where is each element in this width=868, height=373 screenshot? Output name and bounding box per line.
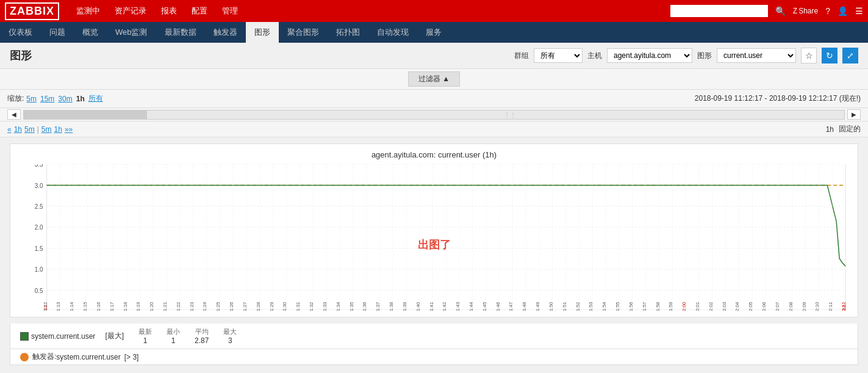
nav-separator: | [37, 125, 39, 134]
svg-text:12:06: 12:06 [761, 302, 767, 311]
search-icon[interactable]: 🔍 [775, 6, 786, 16]
nav-dashboard[interactable]: 仪表板 [0, 22, 41, 43]
share-button[interactable]: Z Share [793, 7, 818, 15]
svg-text:3.5: 3.5 [35, 164, 43, 168]
nav-graphs[interactable]: 图形 [246, 22, 279, 43]
trigger-row: 触发器: system.current.user [> 3] [10, 349, 858, 365]
svg-text:11:23: 11:23 [189, 302, 195, 311]
fixed-duration-label: 1h [826, 125, 834, 134]
zoom-15m[interactable]: 15m [40, 95, 54, 103]
nav-back-5m[interactable]: 5m [24, 125, 35, 134]
nav-topology[interactable]: 拓扑图 [328, 22, 368, 43]
nav-assets[interactable]: 资产记录 [107, 0, 154, 22]
help-icon[interactable]: ? [825, 6, 830, 16]
svg-text:11:46: 11:46 [495, 302, 501, 311]
group-label: 群组 [514, 51, 529, 61]
svg-text:11:37: 11:37 [375, 302, 381, 311]
legend-row: system.current.user [最大] 最新 1 最小 1 平均 2.… [10, 324, 858, 349]
refresh-button[interactable]: ↻ [822, 48, 838, 63]
svg-text:11:54: 11:54 [601, 302, 607, 311]
stat-max: 最大 3 [223, 327, 237, 345]
nav-forward-5m[interactable]: 5m [41, 125, 52, 134]
svg-text:11:13: 11:13 [56, 302, 62, 311]
nav-problems[interactable]: 问题 [41, 22, 74, 43]
svg-text:11:34: 11:34 [335, 302, 341, 311]
svg-text:12:09: 12:09 [802, 302, 807, 311]
chart-area[interactable]: 3.5 3.0 2.5 2.0 1.5 1.0 0.5 [16, 164, 852, 311]
fixed-label: 固定的 [839, 124, 861, 134]
svg-text:11:57: 11:57 [642, 302, 647, 311]
user-icon[interactable]: 👤 [838, 6, 848, 16]
svg-text:11:14: 11:14 [69, 302, 74, 311]
host-label: 主机 [587, 51, 602, 61]
second-navigation: 仪表板 问题 概览 Web监测 最新数据 触发器 图形 聚合图形 拓扑图 自动发… [0, 22, 868, 43]
svg-text:11:59: 11:59 [669, 302, 674, 311]
svg-text:11:12: 11:12 [43, 302, 48, 311]
nav-services[interactable]: 服务 [417, 22, 450, 43]
svg-text:12:12: 12:12 [841, 302, 847, 311]
svg-text:11:48: 11:48 [522, 302, 527, 311]
svg-text:11:21: 11:21 [162, 302, 168, 311]
search-input[interactable] [670, 5, 768, 17]
time-navigation-row: « 1h 5m | 5m 1h »» 1h 固定的 [0, 121, 868, 137]
svg-text:2.0: 2.0 [35, 224, 43, 231]
nav-fast-forward[interactable]: »» [65, 125, 73, 134]
svg-text:2.5: 2.5 [35, 203, 43, 210]
nav-forward-1h[interactable]: 1h [54, 125, 62, 134]
nav-config[interactable]: 配置 [184, 0, 215, 22]
scroll-right-button[interactable]: ▶ [847, 109, 861, 120]
scroll-track[interactable]: ⋮⋮ [23, 110, 845, 120]
graph-select[interactable]: current.user [717, 48, 796, 63]
nav-discovery[interactable]: 自动发现 [368, 22, 417, 43]
svg-text:12:03: 12:03 [722, 302, 727, 311]
svg-text:11:40: 11:40 [415, 302, 421, 311]
scroll-left-button[interactable]: ◀ [7, 109, 21, 120]
svg-text:11:32: 11:32 [309, 302, 314, 311]
stat-min: 最小 1 [167, 327, 180, 345]
nav-reports[interactable]: 报表 [154, 0, 184, 22]
stat-latest: 最新 1 [138, 327, 152, 345]
nav-aggregate[interactable]: 聚合图形 [279, 22, 328, 43]
zoom-all[interactable]: 所有 [88, 93, 103, 104]
zoom-30m[interactable]: 30m [58, 95, 72, 103]
legend-color-swatch [20, 332, 29, 341]
svg-text:11:39: 11:39 [402, 302, 407, 311]
nav-monitor[interactable]: 监测中 [69, 0, 107, 22]
nav-latest-data[interactable]: 最新数据 [156, 22, 205, 43]
svg-text:11:26: 11:26 [229, 302, 234, 311]
svg-text:11:28: 11:28 [256, 302, 261, 311]
chart-title: agent.ayitula.com: current.user (1h) [16, 150, 852, 159]
nav-admin[interactable]: 管理 [215, 0, 245, 22]
svg-text:11:30: 11:30 [282, 302, 288, 311]
zoom-bar: 缩放: 5m 15m 30m 1h 所有 2018-09-19 11:12:17… [0, 90, 868, 108]
zabbix-logo[interactable]: ZABBIX [5, 2, 59, 20]
svg-text:11:35: 11:35 [349, 302, 354, 311]
nav-triggers[interactable]: 触发器 [205, 22, 246, 43]
graph-label: 图形 [697, 51, 712, 61]
legend-item: system.current.user [20, 332, 95, 341]
zoom-1h[interactable]: 1h [76, 95, 85, 103]
svg-text:11:55: 11:55 [615, 302, 620, 311]
svg-text:12:02: 12:02 [708, 302, 714, 311]
svg-text:12:00: 12:00 [681, 302, 687, 311]
nav-overview[interactable]: 概览 [74, 22, 107, 43]
fullscreen-button[interactable]: ⤢ [842, 48, 858, 63]
filter-toggle-button[interactable]: 过滤器 ▲ [408, 71, 460, 87]
svg-text:12:11: 12:11 [828, 302, 833, 311]
nav-back-1h[interactable]: 1h [14, 125, 22, 134]
favorite-button[interactable]: ☆ [801, 48, 817, 63]
svg-text:11:56: 11:56 [628, 302, 634, 311]
out-of-chart-message: 出图了 [418, 237, 451, 252]
legend-bracket-label: [最大] [105, 331, 124, 341]
trigger-label: 触发器: [32, 352, 56, 362]
nav-fast-back[interactable]: « [7, 125, 12, 134]
legend-name: system.current.user [31, 332, 95, 341]
group-select[interactable]: 所有 [534, 48, 583, 63]
host-select[interactable]: agent.ayitula.com [607, 48, 692, 63]
share-icon: Z [793, 7, 797, 15]
zoom-label: 缩放: [7, 93, 24, 104]
menu-icon[interactable]: ☰ [855, 6, 863, 16]
svg-text:11:36: 11:36 [362, 302, 368, 311]
nav-web[interactable]: Web监测 [107, 22, 156, 43]
zoom-5m[interactable]: 5m [26, 95, 37, 103]
